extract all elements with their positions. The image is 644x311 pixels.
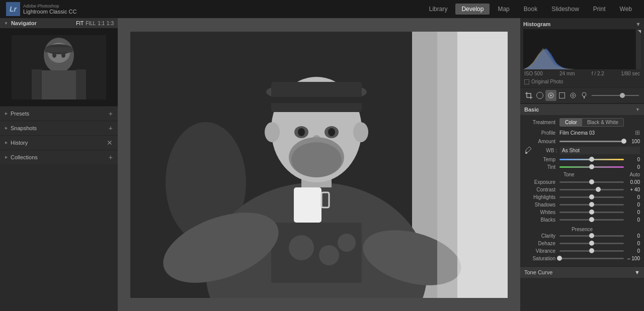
histogram-canvas <box>523 29 641 69</box>
presets-label: Presets <box>11 111 109 117</box>
app-name: Adobe Photoshop Lightroom Classic CC <box>23 4 76 15</box>
vibrance-slider-thumb <box>589 248 594 253</box>
highlights-slider-track[interactable] <box>559 196 624 198</box>
radial-filter-tool[interactable] <box>568 90 579 101</box>
graduated-filter-tool[interactable] <box>556 90 568 101</box>
dehaze-slider-track[interactable] <box>559 243 624 244</box>
history-header[interactable]: ▶ History ✕ <box>0 136 118 150</box>
vibrance-label: Vibrance <box>524 248 559 254</box>
collections-header[interactable]: ▶ Collections + <box>0 150 118 164</box>
shadows-slider-track[interactable] <box>559 204 624 205</box>
tone-slider-area <box>590 95 641 96</box>
spot-circle-icon <box>536 92 543 99</box>
svg-rect-8 <box>32 69 42 99</box>
saturation-slider-thumb <box>557 256 562 261</box>
top-navigation: Lr Adobe Photoshop Lightroom Classic CC … <box>0 0 644 18</box>
treatment-bw-button[interactable]: Black & White <box>582 119 623 126</box>
red-eye-tool[interactable] <box>545 90 556 101</box>
zoom-fill[interactable]: FILL <box>86 21 96 26</box>
collections-add-button[interactable]: + <box>109 153 113 161</box>
presets-add-button[interactable]: + <box>109 110 113 118</box>
amount-label: Amount <box>524 139 559 144</box>
navigator-header[interactable]: ▼ Navigator FIT FILL 1:1 1:3 <box>0 18 118 28</box>
red-eye-icon <box>547 92 554 99</box>
temp-row: Temp 0 <box>524 157 640 162</box>
contrast-slider-track[interactable] <box>559 189 624 190</box>
whites-slider-track[interactable] <box>559 212 624 213</box>
zoom-1-1[interactable]: 1:1 <box>98 21 105 26</box>
shadows-row: Shadows 0 <box>524 202 640 208</box>
spot-removal-tool[interactable] <box>534 90 545 101</box>
profile-grid-icon[interactable]: ⊞ <box>635 129 640 136</box>
clarity-slider-thumb <box>589 233 594 238</box>
amount-slider-track[interactable] <box>559 141 624 142</box>
blacks-row: Blacks 0 <box>524 217 640 223</box>
tint-row: Tint 0 <box>524 164 640 170</box>
photo-container <box>130 32 508 298</box>
basic-title: Basic <box>524 107 539 113</box>
exposure-label: Exposure <box>524 179 559 185</box>
contrast-value: + 40 <box>624 187 640 192</box>
snapshots-section: ▶ Snapshots + <box>0 121 118 135</box>
center-photo-area <box>118 18 520 311</box>
nav-slideshow[interactable]: Slideshow <box>545 4 585 15</box>
crop-tool[interactable] <box>523 90 534 101</box>
eyedropper-icon <box>525 147 531 154</box>
tint-slider-track[interactable] <box>559 166 624 168</box>
tint-value: 0 <box>624 164 640 170</box>
tone-slider-track[interactable] <box>592 95 639 96</box>
nav-web[interactable]: Web <box>614 4 638 15</box>
wb-eyedropper-icon[interactable] <box>524 146 532 154</box>
zoom-fit[interactable]: FIT <box>76 21 84 26</box>
svg-point-33 <box>265 122 280 142</box>
svg-point-6 <box>52 53 56 58</box>
original-photo-checkbox[interactable] <box>524 79 529 84</box>
exposure-slider-track[interactable] <box>559 181 624 183</box>
vibrance-slider-track[interactable] <box>559 250 624 252</box>
right-panel: Histogram ▼ ISO 500 <box>520 18 644 311</box>
nav-develop[interactable]: Develop <box>455 4 490 15</box>
zoom-options: FIT FILL 1:1 1:3 <box>76 21 114 26</box>
nav-print[interactable]: Print <box>587 4 612 15</box>
treatment-color-button[interactable]: Color <box>560 119 582 126</box>
snapshots-header[interactable]: ▶ Snapshots + <box>0 121 118 135</box>
histogram-meta: ISO 500 24 mm f / 2.2 1/80 sec <box>523 69 641 78</box>
amount-slider-fill <box>559 141 624 142</box>
app-logo: Lr Adobe Photoshop Lightroom Classic CC <box>6 2 76 16</box>
treatment-btn-group: Color Black & White <box>559 118 624 127</box>
left-panel: ▼ Navigator FIT FILL 1:1 1:3 <box>0 18 118 311</box>
logo-icon: Lr <box>6 2 20 16</box>
navigator-label: Navigator <box>11 20 76 26</box>
temp-slider-thumb <box>589 157 594 162</box>
tone-curve-header[interactable]: Tone Curve ▼ <box>520 266 644 278</box>
history-close-button[interactable]: ✕ <box>107 139 113 147</box>
shadows-value: 0 <box>624 202 640 208</box>
basic-section-header[interactable]: Basic ▼ <box>520 103 644 115</box>
histogram-dropdown-arrow[interactable]: ▼ <box>635 21 641 27</box>
vibrance-row: Vibrance 0 <box>524 248 640 254</box>
adjustment-brush-tool[interactable] <box>579 90 590 101</box>
presets-header[interactable]: ▶ Presets + <box>0 107 118 121</box>
blacks-slider-thumb <box>589 217 594 222</box>
tone-auto-button[interactable]: Auto <box>629 172 640 177</box>
original-photo-row: Original Photo <box>523 78 641 85</box>
blacks-slider-track[interactable] <box>559 219 624 221</box>
wb-preset-dropdown[interactable]: As Shot <box>560 147 640 154</box>
saturation-slider-track[interactable] <box>559 258 624 259</box>
snapshots-add-button[interactable]: + <box>109 124 113 132</box>
nav-book[interactable]: Book <box>518 4 543 15</box>
temp-label: Temp <box>524 157 559 162</box>
tone-header-row: Tone Auto <box>524 172 640 177</box>
zoom-1-3[interactable]: 1:3 <box>107 21 114 26</box>
tone-curve-arrow: ▼ <box>634 269 640 275</box>
histogram-section: Histogram ▼ ISO 500 <box>520 18 644 87</box>
nav-library[interactable]: Library <box>423 4 454 15</box>
collections-label: Collections <box>11 154 109 160</box>
presence-header: Presence <box>524 225 640 233</box>
temp-slider-track[interactable] <box>559 159 624 160</box>
app-title: Lightroom Classic CC <box>23 9 76 15</box>
clarity-slider-track[interactable] <box>559 235 624 237</box>
presets-section: ▶ Presets + <box>0 106 118 121</box>
nav-map[interactable]: Map <box>492 4 515 15</box>
treatment-label: Treatment <box>524 120 559 125</box>
